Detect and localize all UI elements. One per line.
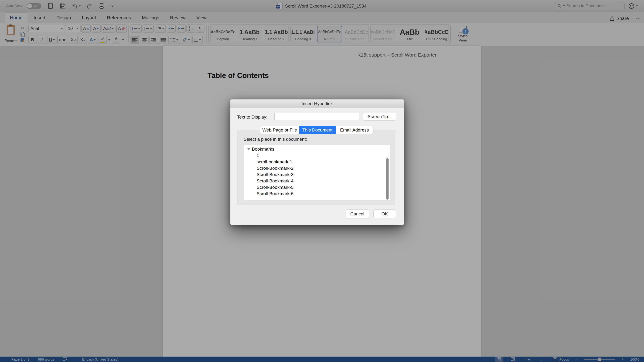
listbox-scrollbar[interactable] [386,158,388,200]
tree-item[interactable]: Scroll-Bookmark-3 [244,171,390,178]
tree-node-label: Bookmarks [252,147,274,152]
screentip-button[interactable]: ScreenTip... [363,113,396,120]
tree-item[interactable]: Scroll-Bookmark-5 [244,184,390,190]
tree-item[interactable]: 1 [244,152,390,159]
tree-item[interactable]: Scroll-Bookmark-2 [244,165,390,171]
tree-item[interactable]: Scroll-Bookmark-6 [244,190,390,197]
select-place-label: Select a place in this document: [244,137,307,142]
dialog-title[interactable]: Insert Hyperlink [230,99,404,108]
tree-item[interactable]: scroll-bookmark-1 [244,159,390,165]
tree-node-bookmarks[interactable]: Bookmarks [244,146,390,152]
disclosure-triangle-icon[interactable] [247,148,250,150]
word-app-window: AutoSave OFF [0,0,644,362]
tree-item[interactable]: Scroll-Bookmark-4 [244,178,390,184]
text-to-display-label: Text to Display: [237,115,268,120]
insert-hyperlink-dialog: Insert Hyperlink Text to Display: Screen… [230,99,404,225]
ok-button[interactable]: OK [374,209,396,218]
tab-this-document[interactable]: This Document [299,126,336,134]
cancel-button[interactable]: Cancel [346,209,369,218]
text-to-display-input[interactable] [274,113,359,120]
tab-web-page-or-file[interactable]: Web Page or File [260,126,299,134]
tab-email-address[interactable]: Email Address [336,126,374,134]
link-type-tabs: Web Page or File This Document Email Add… [260,126,374,134]
document-places-listbox[interactable]: Bookmarks 1 scroll-bookmark-1 Scroll-Boo… [244,145,390,200]
